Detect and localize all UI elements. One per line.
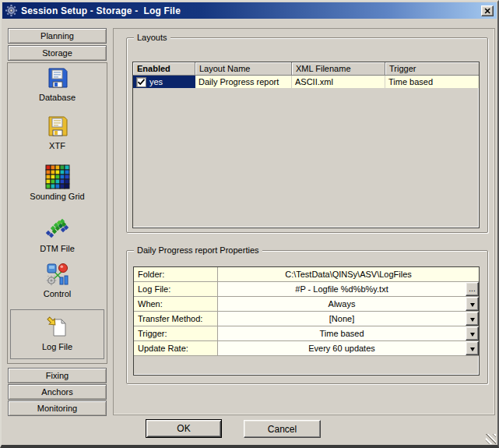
cancel-button[interactable]: Cancel [244,420,321,438]
sidebar-item-label: Monitoring [37,404,77,413]
sidebar-item-database[interactable]: Database [10,65,104,108]
trigger-dropdown-button[interactable] [466,326,479,340]
properties-groupbox: Daily Progress report Properties Folder:… [126,250,488,384]
property-label: Trigger: [134,326,218,340]
property-row-update-rate: Update Rate: Every 60 updates [134,341,479,356]
property-row-when: When: Always [134,297,479,312]
resize-grip[interactable] [486,434,496,444]
enabled-checkbox[interactable] [136,77,146,87]
title-bar[interactable]: Session Setup - Storage - Log File [2,2,497,19]
update-rate-value[interactable]: Every 60 updates [218,341,466,355]
property-row-log-file: Log File: #P - Logfile %d%b%y.txt ... [134,282,479,297]
gear-app-icon [5,5,17,16]
properties-group-title: Daily Progress report Properties [134,245,262,256]
sidebar-item-label: Sounding Grid [30,192,84,202]
close-button[interactable] [481,5,494,16]
column-header-trigger[interactable]: Trigger [385,62,479,76]
sidebar-item-label: DTM File [40,244,75,254]
window-title: Session Setup - Storage - Log File [21,5,181,16]
sidebar-item-label: XTF [49,141,65,151]
update-rate-dropdown-button[interactable] [466,341,479,355]
sidebar-item-label: Fixing [46,371,69,380]
sidebar-item-fixing[interactable]: Fixing [8,368,107,383]
xml-filename-cell[interactable]: ASCII.xml [292,76,385,88]
session-setup-dialog: Session Setup - Storage - Log File Plann… [0,0,499,448]
ok-button[interactable]: OK [146,419,222,438]
chevron-down-icon [470,347,475,354]
chevron-down-icon [470,333,475,339]
property-row-transfer-method: Transfer Method: [None] [134,312,479,326]
enabled-cell[interactable]: yes [133,76,195,88]
column-header-xml-filename[interactable]: XML Filename [292,62,385,76]
column-header-layout-name[interactable]: Layout Name [195,62,292,76]
dtm-file-icon [44,216,71,242]
sidebar-item-label: Planning [40,31,74,41]
when-value[interactable]: Always [218,297,466,311]
property-label: Transfer Method: [134,312,218,326]
sounding-grid-icon [44,164,71,190]
sidebar-item-label: Log File [42,342,72,352]
layouts-table: Enabled Layout Name XML Filename Trigger… [132,62,480,228]
close-icon [484,8,491,14]
sidebar-item-control[interactable]: Control [10,261,104,305]
browse-button[interactable]: ... [466,282,479,296]
sidebar-item-log-file[interactable]: Log File [10,309,104,359]
properties-table: Folder: C:\TestData\QINSy\ASV\LogFiles L… [133,266,480,376]
main-panel: Layouts Enabled Layout Name XML Filename… [113,28,495,415]
property-row-folder: Folder: C:\TestData\QINSy\ASV\LogFiles [134,267,479,282]
property-label: Update Rate: [134,341,218,355]
layouts-table-header: Enabled Layout Name XML Filename Trigger [133,62,479,76]
property-label: Log File: [134,282,218,296]
check-icon [137,78,146,86]
enabled-value: yes [149,77,163,86]
when-dropdown-button[interactable] [466,297,479,311]
trigger-cell[interactable]: Time based [385,76,479,88]
sidebar-item-anchors[interactable]: Anchors [8,384,107,400]
layouts-groupbox: Layouts Enabled Layout Name XML Filename… [126,37,488,233]
layouts-group-title: Layouts [134,32,170,43]
property-row-trigger: Trigger: Time based [134,326,479,341]
sidebar-item-sounding-grid[interactable]: Sounding Grid [10,164,104,207]
chevron-down-icon [470,303,475,309]
log-file-value[interactable]: #P - Logfile %d%b%y.txt [218,282,466,296]
sidebar-item-label: Database [39,93,76,103]
column-header-enabled[interactable]: Enabled [133,62,195,76]
sidebar-item-planning[interactable]: Planning [8,28,107,44]
xtf-floppy-yellow-icon [44,113,71,139]
database-floppy-blue-icon [44,65,71,91]
sidebar-item-label: Anchors [41,387,72,397]
trigger-value[interactable]: Time based [218,326,466,340]
layout-name-cell[interactable]: Daily Progress report [195,76,292,88]
sidebar-item-label: Control [44,289,71,299]
control-icon [44,261,71,287]
sidebar-item-xtf[interactable]: XTF [10,113,104,157]
property-label: When: [134,297,218,311]
sidebar-item-storage[interactable]: Storage [8,45,107,61]
property-label: Folder: [134,267,218,281]
storage-icon-list: Database XTF Soundin [7,62,107,364]
transfer-method-value[interactable]: [None] [218,312,466,326]
table-row: yes Daily Progress report ASCII.xml Time… [133,76,479,88]
sidebar-item-label: Storage [42,48,72,58]
transfer-method-dropdown-button[interactable] [466,312,479,326]
chevron-down-icon [470,318,475,324]
sidebar-item-dtm-file[interactable]: DTM File [10,216,104,259]
log-file-icon [44,314,71,340]
sidebar-item-monitoring[interactable]: Monitoring [8,400,107,416]
folder-value[interactable]: C:\TestData\QINSy\ASV\LogFiles [218,267,479,281]
